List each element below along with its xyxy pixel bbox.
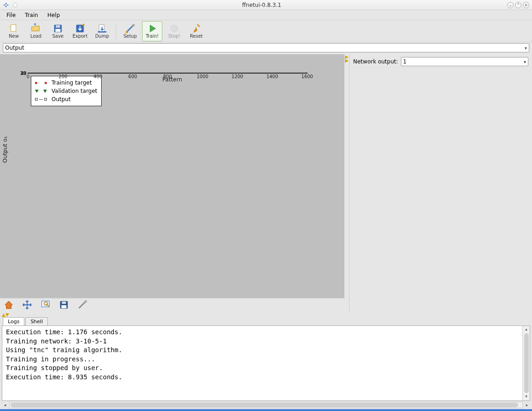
export-label: Export <box>73 34 88 39</box>
play-icon <box>147 23 157 34</box>
plot-panel: Output o₁ Training target Validation tar… <box>0 54 344 313</box>
x-tick: 1000 <box>197 74 208 79</box>
new-file-icon <box>9 23 19 34</box>
open-folder-icon <box>31 23 41 34</box>
x-tick: 0 <box>27 74 29 79</box>
x-tick: 400 <box>93 74 102 79</box>
x-tick: 800 <box>163 74 172 79</box>
scrollbar-thumb[interactable] <box>11 403 518 407</box>
menu-file[interactable]: File <box>3 11 19 19</box>
maximize-button[interactable]: ⌃ <box>515 2 521 8</box>
x-tick: 1600 <box>301 74 313 79</box>
side-panel: Network output: 1 ▾ <box>349 54 532 313</box>
new-button[interactable]: New <box>4 21 24 41</box>
y-tick: 35 <box>20 71 26 76</box>
save-label: Save <box>52 34 64 39</box>
network-output-value: 1 <box>403 58 407 65</box>
train-button[interactable]: Train! <box>142 21 162 41</box>
view-selector-value: Output <box>5 45 24 51</box>
svg-point-10 <box>132 24 135 27</box>
load-button[interactable]: Load <box>26 21 46 41</box>
export-icon <box>75 23 85 34</box>
vertical-splitter[interactable]: ▲ ▼ <box>0 313 532 317</box>
view-selector-combo[interactable]: Output ▾ <box>3 43 529 52</box>
x-tick: 1400 <box>266 74 278 79</box>
chevron-down-icon: ▾ <box>525 46 527 51</box>
minimize-button[interactable]: ⌄ <box>507 2 514 8</box>
save-floppy-icon <box>53 23 63 34</box>
plot-canvas[interactable]: Training target Validation target Output… <box>28 73 308 74</box>
horizontal-splitter[interactable]: ▶ ▶ <box>344 54 349 313</box>
network-output-combo[interactable]: 1 ▾ <box>401 57 528 66</box>
move-icon[interactable] <box>22 300 32 311</box>
x-tick: 600 <box>128 74 137 79</box>
window-titlebar: ffnetui-0.8.3.1 ⌄ ⌃ × <box>0 0 532 10</box>
status-bar <box>0 409 532 411</box>
menu-train[interactable]: Train <box>21 11 42 19</box>
plot-legend: Training target Validation target Output <box>31 76 102 106</box>
splitter-arrow-icon: ▶ <box>345 59 349 63</box>
splitter-arrow-icon: ▼ <box>6 313 9 317</box>
config-icon[interactable] <box>77 300 87 311</box>
scroll-right-icon[interactable]: ▸ <box>524 403 530 407</box>
x-tick: 1200 <box>232 74 243 79</box>
tab-logs[interactable]: Logs <box>3 317 24 325</box>
zoom-icon[interactable] <box>40 300 51 311</box>
scroll-up-icon[interactable]: ▴ <box>525 327 527 332</box>
dump-label: Dump <box>95 34 109 39</box>
svg-rect-9 <box>99 25 104 32</box>
tools-icon <box>125 23 135 34</box>
broom-icon <box>191 23 201 34</box>
svg-rect-7 <box>56 29 61 32</box>
save-plot-icon[interactable] <box>59 300 69 311</box>
y-axis-label: Output o₁ <box>2 137 8 163</box>
train-label: Train! <box>146 34 159 39</box>
x-tick: 200 <box>58 74 67 79</box>
splitter-arrow-icon: ▲ <box>2 313 6 317</box>
log-vertical-scrollbar[interactable]: ▴ ▾ <box>522 326 530 400</box>
view-selector-bar: Output ▾ <box>0 42 532 54</box>
svg-rect-6 <box>56 25 60 28</box>
bottom-panel: Logs Shell Execution time: 1.176 seconds… <box>0 317 532 409</box>
dump-button[interactable]: Dump <box>92 21 112 41</box>
save-button[interactable]: Save <box>48 21 68 41</box>
toolbar-separator <box>116 23 116 39</box>
legend-training-target: Training target <box>51 80 92 86</box>
svg-rect-4 <box>11 25 16 32</box>
load-label: Load <box>30 34 41 39</box>
export-button[interactable]: Export <box>70 21 90 41</box>
stop-label: Stop! <box>168 34 181 39</box>
svg-rect-1093 <box>62 305 67 308</box>
scroll-down-icon[interactable]: ▾ <box>525 394 527 400</box>
app-icon <box>3 2 9 8</box>
plot-nav-toolbar <box>0 298 344 313</box>
window-title: ffnetui-0.8.3.1 <box>17 2 506 8</box>
home-icon[interactable] <box>4 300 14 311</box>
setup-button[interactable]: Setup <box>120 21 140 41</box>
titlebar-dot-icon <box>13 3 17 7</box>
main-toolbar: New Load Save Export Dump Setup Train! S… <box>0 20 532 42</box>
scrollbar-thumb[interactable] <box>524 333 529 393</box>
svg-point-1094 <box>85 300 87 303</box>
legend-output: Output <box>51 96 71 103</box>
bottom-tabs: Logs Shell <box>0 317 532 325</box>
menu-help[interactable]: Help <box>44 11 63 19</box>
scroll-left-icon[interactable]: ◂ <box>2 403 8 407</box>
reset-label: Reset <box>190 34 203 39</box>
chevron-down-icon: ▾ <box>524 59 526 64</box>
stop-button: Stop! <box>164 21 184 41</box>
menubar: File Train Help <box>0 10 532 20</box>
log-output[interactable]: Execution time: 1.176 seconds. Training … <box>2 326 522 400</box>
tab-shell[interactable]: Shell <box>25 317 48 325</box>
network-output-label: Network output: <box>353 58 398 65</box>
setup-label: Setup <box>123 34 137 39</box>
svg-point-12 <box>171 25 178 32</box>
dump-icon <box>97 23 107 34</box>
close-button[interactable]: × <box>523 2 529 8</box>
stop-icon <box>169 23 179 34</box>
legend-validation-target: Validation target <box>51 88 97 94</box>
new-label: New <box>9 34 19 39</box>
log-horizontal-scrollbar[interactable] <box>9 402 523 408</box>
reset-button[interactable]: Reset <box>186 21 206 41</box>
svg-rect-1092 <box>62 302 66 304</box>
